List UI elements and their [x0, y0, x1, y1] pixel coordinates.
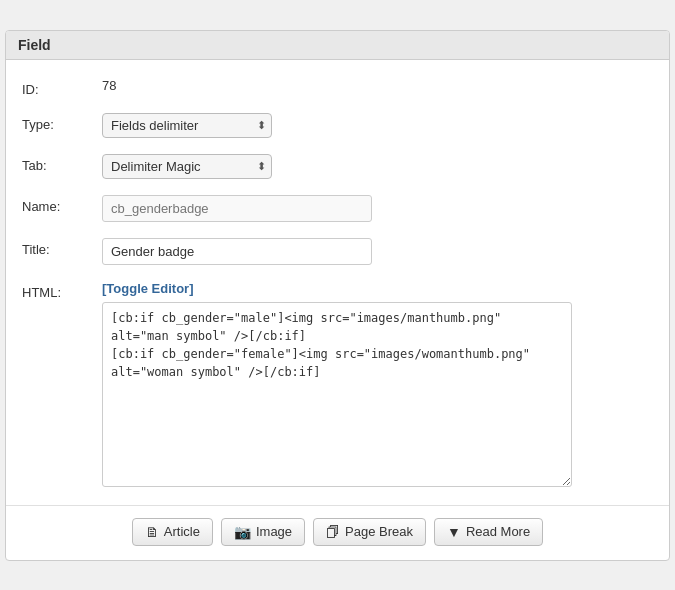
- title-label: Title:: [22, 238, 102, 257]
- html-label: HTML:: [22, 281, 102, 300]
- title-input[interactable]: [102, 238, 372, 265]
- form-body: ID: 78 Type: Fields delimiter Text Check…: [6, 60, 669, 505]
- image-label: Image: [256, 524, 292, 539]
- html-control: [Toggle Editor] [cb:if cb_gender="male"]…: [102, 281, 653, 487]
- tab-label: Tab:: [22, 154, 102, 173]
- tab-select[interactable]: Delimiter Magic General Advanced: [102, 154, 272, 179]
- read-more-button[interactable]: ▼ Read More: [434, 518, 543, 546]
- tab-row: Tab: Delimiter Magic General Advanced ⬍: [6, 146, 669, 187]
- type-label: Type:: [22, 113, 102, 132]
- name-label: Name:: [22, 195, 102, 214]
- article-icon: 🗎: [145, 524, 159, 540]
- footer-buttons: 🗎 Article 📷 Image 🗍 Page Break ▼ Read Mo…: [6, 505, 669, 560]
- image-button[interactable]: 📷 Image: [221, 518, 305, 546]
- page-break-label: Page Break: [345, 524, 413, 539]
- panel-title: Field: [6, 31, 669, 60]
- page-break-button[interactable]: 🗍 Page Break: [313, 518, 426, 546]
- id-value: 78: [102, 74, 116, 93]
- article-button[interactable]: 🗎 Article: [132, 518, 213, 546]
- read-more-label: Read More: [466, 524, 530, 539]
- article-label: Article: [164, 524, 200, 539]
- image-icon: 📷: [234, 524, 251, 540]
- type-select[interactable]: Fields delimiter Text Checkbox Dropdown: [102, 113, 272, 138]
- id-label: ID:: [22, 78, 102, 97]
- id-row: ID: 78: [6, 70, 669, 105]
- type-row: Type: Fields delimiter Text Checkbox Dro…: [6, 105, 669, 146]
- name-row: Name:: [6, 187, 669, 230]
- page-break-icon: 🗍: [326, 524, 340, 540]
- name-input[interactable]: [102, 195, 372, 222]
- field-panel: Field ID: 78 Type: Fields delimiter Text…: [5, 30, 670, 561]
- html-textarea[interactable]: [cb:if cb_gender="male"]<img src="images…: [102, 302, 572, 487]
- read-more-icon: ▼: [447, 524, 461, 540]
- html-row: HTML: [Toggle Editor] [cb:if cb_gender="…: [6, 273, 669, 495]
- title-row: Title:: [6, 230, 669, 273]
- tab-select-wrapper: Delimiter Magic General Advanced ⬍: [102, 154, 272, 179]
- toggle-editor-link[interactable]: [Toggle Editor]: [102, 281, 653, 296]
- type-select-wrapper: Fields delimiter Text Checkbox Dropdown …: [102, 113, 272, 138]
